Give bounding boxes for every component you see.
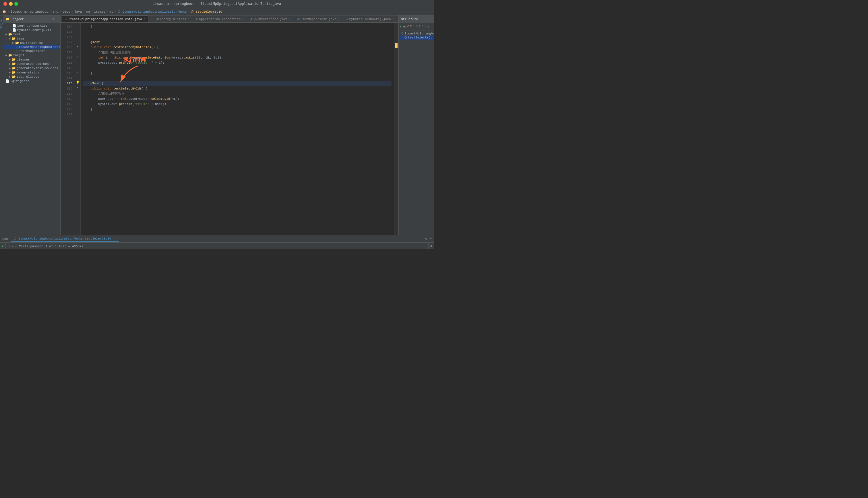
tree-item-maven[interactable]: ▶ 📂 maven-status — [3, 70, 60, 75]
struct-method-icon: ⬡ — [404, 36, 407, 39]
run-tab-active[interactable]: ⬡ ItcastMpSpringbootApplicationTests.tes… — [11, 236, 119, 241]
tree-item-testcls[interactable]: ▶ 📂 test-classes — [3, 75, 60, 79]
breadcrumb-cn[interactable]: cn — [86, 10, 90, 13]
struct-icon8[interactable]: F — [422, 25, 423, 28]
run-gutter-108[interactable]: ▶ — [77, 44, 78, 48]
bottom-area: Run: ⬡ ItcastMpSpringbootApplicationTest… — [0, 235, 434, 249]
tab-myinterceptor[interactable]: J MyInterceptor.java × — [247, 15, 294, 22]
tab-close-selectbyid[interactable]: × — [188, 17, 190, 21]
breadcrumb-src[interactable]: src — [53, 10, 58, 13]
structure-tree: ⬡ ItcastMpSpringbootApplicationTests ⬡ t… — [399, 30, 434, 235]
folder-icon-test: 📂 — [8, 32, 12, 36]
code-line-106 — [83, 35, 391, 40]
gutter-warning-115: 💡 — [76, 81, 80, 84]
code-line-108: public void testDeleteByBatchIds() { — [83, 45, 391, 50]
breadcrumb-itcast[interactable]: itcast — [94, 10, 106, 13]
tab-close-appprops[interactable]: × — [242, 17, 244, 21]
close-button[interactable] — [3, 2, 7, 6]
structure-method-item[interactable]: ⬡ testSelect(): void — [400, 36, 434, 40]
tree-arrow-gen: ▶ — [9, 62, 11, 66]
run-settings-icon[interactable]: ⚙ — [425, 237, 427, 241]
minimize-button[interactable] — [9, 2, 13, 6]
java-icon-apptests: J — [16, 45, 18, 49]
breadcrumb-test[interactable]: test — [63, 10, 70, 13]
struct-icon3[interactable]: C — [407, 25, 409, 28]
project-title: Project — [11, 17, 24, 21]
breadcrumb-java[interactable]: java — [74, 10, 82, 13]
project-dropdown-icon[interactable]: ▾ — [25, 17, 27, 21]
tab-close-apptests[interactable]: × — [143, 17, 145, 21]
struct-icon1[interactable]: ▶ — [400, 25, 402, 28]
struct-icon4[interactable]: P — [410, 25, 412, 28]
code-line-119: System.out.println("result" + user); — [83, 102, 391, 107]
tab-bar: J ItcastMpSpringbootApplicationTests.jav… — [61, 15, 398, 23]
struct-icon6[interactable]: Y — [416, 25, 418, 28]
gutter-check-110: ✓ — [77, 55, 78, 58]
test-arrow: » — [12, 245, 14, 248]
tree-item-java[interactable]: ▶ 📂 java — [3, 37, 60, 41]
structure-panel-header: Structure ↕ ⇅ ⚙ − — [399, 15, 434, 23]
code-line-110: int i = this.userMapper.deleteBatchIds(A… — [83, 55, 391, 60]
code-line-113: } — [83, 70, 391, 76]
tab-java-icon3: J — [297, 17, 299, 21]
tab-selectbyid[interactable]: ⬡ SelectById.class × — [148, 15, 193, 22]
run-output-area: ☑ » ✓ Tests passed: 1 of 1 test – 453 ms… — [6, 243, 428, 249]
tree-item-usermapper[interactable]: J UserMapperTest — [3, 49, 60, 53]
gutter-check-113: ✓ — [77, 70, 78, 74]
tab-apptests[interactable]: J ItcastMpSpringbootApplicationTests.jav… — [62, 15, 148, 22]
tab-appprops[interactable]: ⚙ application.properties × — [193, 15, 247, 22]
tab-java-icon: J — [65, 17, 67, 21]
tab-close-myinterceptor[interactable]: × — [289, 17, 291, 21]
run-minimize-icon[interactable]: − — [430, 237, 432, 241]
gutter-column: ▶ ✓ ✓ 💡 ▶ ✓ — [75, 23, 81, 235]
struct-icon10[interactable]: ⇅ — [427, 25, 429, 28]
code-editor[interactable]: 104 105 106 107 108 109 110 111 112 113 … — [61, 23, 398, 235]
tab-class-icon: ⬡ — [152, 17, 154, 21]
struct-icon2[interactable]: ▶▶ — [403, 25, 406, 28]
run-tab-close[interactable]: × — [114, 237, 116, 240]
tree-arrow-cn: ▶ — [12, 41, 14, 45]
warning-stripe — [395, 43, 398, 48]
structure-panel: Structure ↕ ⇅ ⚙ − ▶ ▶▶ C P ! Y I F ↕ ⇅ ⬡ — [398, 15, 434, 235]
project-panel-header: 📁 Project ▾ ⚙ − — [3, 15, 60, 23]
tree-arrow-java: ▶ — [9, 37, 11, 40]
breadcrumb-part[interactable]: 🏠 — [2, 10, 6, 13]
struct-icon7[interactable]: I — [419, 25, 420, 28]
tab-mybatisconfig[interactable]: J MybatisPlusConfig.java × — [343, 15, 397, 22]
tree-item-classes[interactable]: ▶ 📂 classes — [3, 57, 60, 62]
breadcrumb-class[interactable]: ⬡ ItcastMpSpringbootApplicationTests — [118, 10, 187, 13]
tab-label-appprops: application.properties — [199, 17, 241, 21]
struct-icon9[interactable]: ↕ — [425, 25, 426, 28]
breadcrumb-method[interactable]: ⬡ testSelectById — [191, 10, 222, 13]
tab-close-mybatisconfig[interactable]: × — [392, 17, 394, 21]
run-content: ▶ ↺ ☑ ✓ ☑ » ✓ Tests passed: 1 of 1 test … — [0, 243, 434, 249]
window-controls[interactable] — [3, 2, 18, 6]
tree-item-apptests[interactable]: J ItcastMpSpringbootApplicationTests — [3, 45, 60, 49]
code-content[interactable]: } @Test public void testDeleteByBatchIds… — [81, 23, 394, 235]
structure-class-item[interactable]: ⬡ ItcastMpSpringbootApplicationTests — [400, 31, 434, 36]
run-play-btn[interactable]: ▶ — [2, 244, 4, 248]
tree-item-log4j[interactable]: 📄 log4j.properties — [3, 24, 60, 28]
tree-item-classes-label: classes — [17, 58, 30, 61]
struct-icon5[interactable]: ! — [413, 25, 415, 28]
tree-item-mybatis[interactable]: 📄 mybatis-config.xml — [3, 28, 60, 32]
tree-item-gitignore[interactable]: 📄 .gitignore — [3, 79, 60, 83]
tree-item-test[interactable]: ▶ 📂 test — [3, 32, 60, 37]
gitignore-icon: 📄 — [5, 79, 10, 83]
folder-icon-gen: 📂 — [12, 62, 16, 66]
tree-item-cn[interactable]: ▶ 📂 cn.itcast.mp — [3, 41, 60, 45]
right-gutter — [394, 23, 398, 235]
tree-item-gen-test[interactable]: ▶ 📂 generated-test-sources — [3, 66, 60, 70]
breadcrumb-project[interactable]: itcast-mp-springboot — [11, 10, 49, 13]
run-gutter-116[interactable]: ▶ — [77, 86, 78, 89]
tree-item-gen-src[interactable]: ▶ 📂 generated-sources — [3, 62, 60, 66]
close-panel-icon[interactable]: − — [56, 17, 58, 21]
tab-close-usermappertest[interactable]: × — [338, 17, 339, 21]
maximize-button[interactable] — [14, 2, 18, 6]
tab-label-myinterceptor: MyInterceptor.java — [254, 17, 288, 21]
gear-icon[interactable]: ⚙ — [53, 17, 54, 21]
breadcrumb-mp[interactable]: mp — [109, 10, 113, 13]
tab-usermappertest[interactable]: J UserMapperTest.java × — [294, 15, 343, 22]
scroll-up-icon[interactable]: ▲ — [430, 244, 432, 248]
tree-item-target[interactable]: ▶ 📂 target — [3, 53, 60, 57]
